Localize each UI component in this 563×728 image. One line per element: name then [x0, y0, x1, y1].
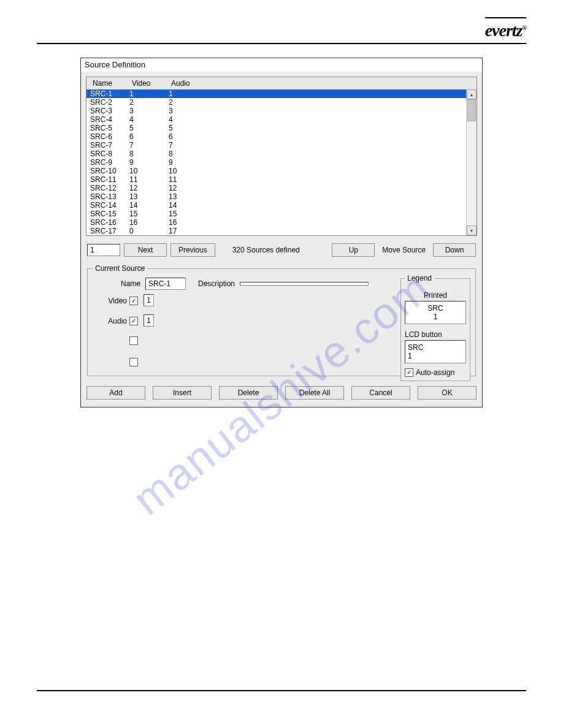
audio-label: Audio — [93, 317, 129, 325]
cell-audio: 15 — [169, 210, 177, 218]
table-row[interactable]: SRC-131313 — [86, 192, 466, 201]
table-row[interactable]: SRC-111 — [86, 89, 466, 98]
table-row[interactable]: SRC-161616 — [86, 218, 466, 227]
cell-audio: 7 — [169, 141, 173, 150]
audio-checkbox[interactable]: ✓ — [129, 317, 138, 325]
description-field[interactable] — [240, 282, 369, 286]
cell-video: 9 — [129, 158, 169, 167]
sources-defined-status: 320 Sources defined — [232, 246, 300, 254]
cell-video: 13 — [129, 192, 169, 201]
cell-video: 15 — [129, 210, 169, 218]
source-list: Name Video Audio SRC-111SRC-222SRC-333SR… — [86, 77, 477, 236]
video-label: Video — [93, 297, 129, 305]
table-row[interactable]: SRC-141414 — [86, 201, 466, 210]
cell-name: SRC-9 — [90, 158, 129, 167]
cell-name: SRC-13 — [90, 192, 129, 201]
col-header-audio[interactable]: Audio — [171, 79, 190, 88]
scroll-down-icon[interactable]: ▾ — [467, 226, 477, 235]
cell-name: SRC-10 — [90, 167, 129, 175]
table-row[interactable]: SRC-121212 — [86, 184, 466, 192]
cell-name: SRC-3 — [90, 107, 129, 115]
extra-checkbox-r3c1[interactable] — [129, 336, 138, 345]
cell-audio: 3 — [169, 107, 173, 115]
table-row[interactable]: SRC-444 — [86, 115, 466, 124]
cell-name: SRC-8 — [90, 150, 129, 158]
cell-name: SRC-1 — [90, 89, 129, 98]
legend-group: Legend Printed SRC 1 LCD button SRC 1 ✓ … — [400, 274, 470, 381]
cell-video: 0 — [129, 227, 169, 235]
next-button[interactable]: Next — [124, 243, 167, 257]
cell-name: SRC-2 — [90, 98, 129, 107]
cell-audio: 12 — [169, 184, 177, 192]
move-down-button[interactable]: Down — [433, 243, 476, 257]
cell-video: 7 — [129, 141, 169, 150]
current-index-input[interactable]: 1 — [87, 244, 120, 256]
video-checkbox[interactable]: ✓ — [129, 297, 138, 305]
cell-name: SRC-5 — [90, 124, 129, 132]
auto-assign-checkbox[interactable]: ✓ — [405, 368, 413, 377]
scroll-track[interactable] — [467, 99, 477, 226]
cell-video: 11 — [129, 175, 169, 184]
current-source-group: Current Source Name SRC-1 Description Vi… — [87, 264, 476, 376]
cell-audio: 13 — [169, 192, 177, 201]
name-field[interactable]: SRC-1 — [145, 278, 186, 290]
table-row[interactable]: SRC-222 — [86, 98, 466, 107]
ok-button[interactable]: OK — [418, 386, 477, 400]
name-label: Name — [121, 279, 140, 288]
cell-audio: 16 — [169, 218, 177, 227]
previous-button[interactable]: Previous — [170, 243, 215, 257]
table-row[interactable]: SRC-111111 — [86, 175, 466, 184]
printed-label: Printed — [405, 291, 466, 300]
description-label: Description — [198, 279, 235, 288]
cell-audio: 2 — [169, 98, 173, 107]
vertical-scrollbar[interactable]: ▴ ▾ — [466, 89, 477, 235]
table-row[interactable]: SRC-333 — [86, 107, 466, 115]
table-row[interactable]: SRC-666 — [86, 132, 466, 141]
auto-assign-label: Auto-assign — [416, 368, 454, 377]
list-rows: SRC-111SRC-222SRC-333SRC-444SRC-555SRC-6… — [86, 89, 466, 235]
table-row[interactable]: SRC-888 — [86, 150, 466, 158]
insert-button[interactable]: Insert — [153, 386, 212, 400]
move-up-button[interactable]: Up — [332, 243, 375, 257]
table-row[interactable]: SRC-999 — [86, 158, 466, 167]
cell-audio: 9 — [169, 158, 173, 167]
cell-video: 14 — [129, 201, 169, 210]
cell-audio: 11 — [169, 175, 177, 184]
page-header: evertz® — [37, 17, 526, 44]
table-row[interactable]: SRC-151515 — [86, 210, 466, 218]
delete-button[interactable]: Delete — [219, 386, 278, 400]
scroll-thumb[interactable] — [467, 99, 476, 121]
cell-video: 8 — [129, 150, 169, 158]
scroll-up-icon[interactable]: ▴ — [467, 89, 477, 99]
legend-title: Legend — [405, 274, 434, 282]
brand-reg: ® — [523, 25, 526, 31]
cell-video: 5 — [129, 124, 169, 132]
table-row[interactable]: SRC-101010 — [86, 167, 466, 175]
cell-name: SRC-7 — [90, 141, 129, 150]
col-header-name[interactable]: Name — [93, 79, 132, 88]
cell-name: SRC-6 — [90, 132, 129, 141]
table-row[interactable]: SRC-555 — [86, 124, 466, 132]
cell-audio: 17 — [169, 227, 177, 235]
lcd-label: LCD button — [405, 330, 466, 339]
cell-video: 1 — [129, 89, 169, 98]
list-header: Name Video Audio — [86, 77, 477, 89]
cell-video: 6 — [129, 132, 169, 141]
add-button[interactable]: Add — [86, 386, 145, 400]
delete-all-button[interactable]: Delete All — [285, 386, 344, 400]
audio-field[interactable]: 1 — [144, 314, 154, 327]
cell-name: SRC-16 — [90, 218, 129, 227]
col-header-video[interactable]: Video — [132, 79, 171, 88]
extra-checkbox-r4c1[interactable] — [129, 358, 138, 366]
cell-name: SRC-4 — [90, 115, 129, 124]
cancel-button[interactable]: Cancel — [351, 386, 410, 400]
cell-video: 16 — [129, 218, 169, 227]
cell-video: 3 — [129, 107, 169, 115]
table-row[interactable]: SRC-777 — [86, 141, 466, 150]
video-field[interactable]: 1 — [144, 294, 154, 306]
cell-audio: 6 — [169, 132, 173, 141]
window-title: Source Definition — [81, 58, 482, 72]
current-source-legend: Current Source — [93, 264, 147, 273]
cell-name: SRC-17 — [90, 227, 129, 235]
table-row[interactable]: SRC-17017 — [86, 227, 466, 235]
